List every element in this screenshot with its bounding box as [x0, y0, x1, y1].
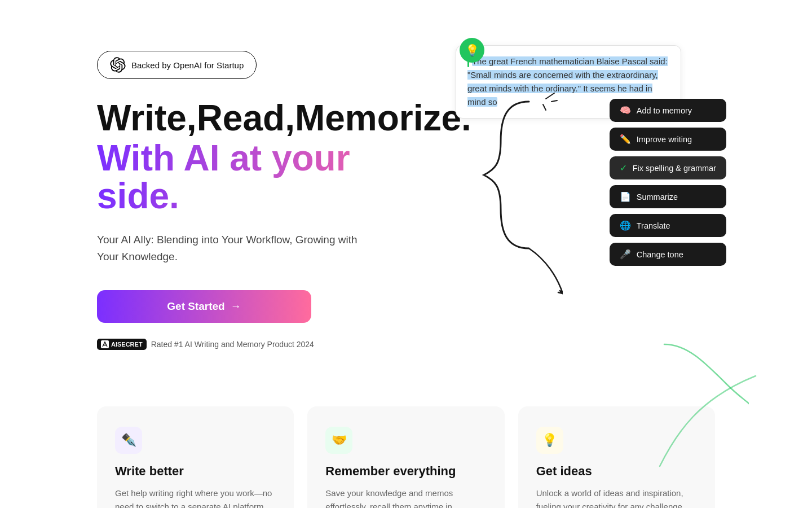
action-menu: 🧠 Add to memory ✏️ Improve writing ✓ Fix…	[610, 99, 726, 266]
rated-text: Rated #1 AI Writing and Memory Product 2…	[151, 340, 314, 349]
remember-icon-wrapper: 🤝	[325, 427, 486, 454]
deco-curve-bottom	[659, 339, 749, 406]
hero-section: Backed by OpenAI for Startup Write,Read,…	[0, 0, 812, 406]
summarize-label: Summarize	[637, 192, 678, 202]
openai-badge: Backed by OpenAI for Startup	[97, 51, 257, 79]
cursor-bulb: 💡	[460, 38, 484, 63]
fix-spelling-btn[interactable]: ✓ Fix spelling & grammar	[610, 156, 726, 179]
write-icon-bg: ✒️	[115, 427, 142, 454]
ideas-icon-wrapper: 💡	[536, 427, 697, 454]
ideas-title: Get ideas	[536, 464, 697, 479]
feature-card-remember: 🤝 Remember everything Save your knowledg…	[307, 406, 504, 508]
translate-label: Translate	[637, 221, 670, 230]
cta-arrow: →	[231, 300, 241, 313]
pen-icon: ✒️	[121, 433, 136, 448]
translate-icon: 🌐	[620, 220, 631, 231]
feature-card-ideas: 💡 Get ideas Unlock a world of ideas and …	[518, 406, 715, 508]
write-better-desc: Get help writing right where you work—no…	[115, 487, 276, 508]
summarize-btn[interactable]: 📄 Summarize	[610, 185, 726, 208]
feature-card-write: ✒️ Write better Get help writing right w…	[97, 406, 294, 508]
write-better-title: Write better	[115, 464, 276, 479]
memory-icon: 🧠	[620, 105, 631, 116]
rated-badge: AISECRET Rated #1 AI Writing and Memory …	[97, 339, 424, 350]
write-better-icon-wrapper: ✒️	[115, 427, 276, 454]
hero-subtitle: Your AI Ally: Blending into Your Workflo…	[97, 231, 368, 266]
get-started-button[interactable]: Get Started →	[97, 290, 311, 323]
curly-brace-decoration	[473, 90, 563, 305]
remember-title: Remember everything	[325, 464, 486, 479]
cta-label: Get Started	[167, 300, 224, 313]
memory-card-icon: 🤝	[332, 433, 347, 448]
hero-title-line1: Write,Read,Memorize.	[97, 99, 424, 137]
add-to-memory-label: Add to memory	[637, 106, 692, 115]
check-icon: ✓	[620, 163, 627, 173]
hero-left: Backed by OpenAI for Startup Write,Read,…	[97, 45, 424, 350]
badge-text: Backed by OpenAI for Startup	[131, 60, 244, 70]
lightbulb-icon: 💡	[542, 433, 557, 448]
change-tone-label: Change tone	[637, 250, 683, 259]
features-section: ✒️ Write better Get help writing right w…	[0, 406, 812, 508]
improve-writing-btn[interactable]: ✏️ Improve writing	[610, 128, 726, 151]
ideas-desc: Unlock a world of ideas and inspiration,…	[536, 487, 697, 508]
translate-btn[interactable]: 🌐 Translate	[610, 214, 726, 237]
hero-title-line2: With AI at your side.	[97, 139, 424, 215]
microphone-icon: 🎤	[620, 249, 631, 260]
ideas-icon-bg: 💡	[536, 427, 563, 454]
ai-secret-text: AISECRET	[111, 341, 143, 348]
improve-writing-icon: ✏️	[620, 134, 631, 144]
remember-desc: Save your knowledge and memos effortless…	[325, 487, 486, 508]
remember-icon-bg: 🤝	[325, 427, 352, 454]
change-tone-btn[interactable]: 🎤 Change tone	[610, 243, 726, 266]
openai-logo-icon	[110, 57, 126, 73]
summarize-icon: 📄	[620, 191, 631, 202]
improve-writing-label: Improve writing	[637, 135, 692, 144]
hero-demo: The great French mathematician Blaise Pa…	[456, 45, 715, 373]
ai-secret-logo: AISECRET	[97, 339, 147, 350]
ai-secret-icon	[101, 340, 109, 348]
add-to-memory-btn[interactable]: 🧠 Add to memory	[610, 99, 726, 122]
fix-spelling-label: Fix spelling & grammar	[633, 164, 716, 173]
